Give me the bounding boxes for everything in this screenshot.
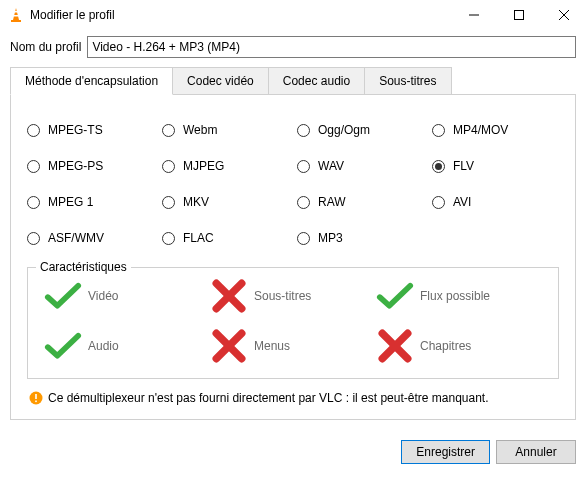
characteristics-legend: Caractéristiques — [36, 260, 131, 274]
minimize-button[interactable] — [451, 0, 496, 30]
svg-rect-3 — [14, 15, 19, 17]
radio-label: FLV — [453, 159, 474, 173]
radio-label: WAV — [318, 159, 344, 173]
maximize-button[interactable] — [496, 0, 541, 30]
radio-label: MJPEG — [183, 159, 224, 173]
tab-2[interactable]: Codec audio — [268, 67, 365, 94]
characteristic-label: Menus — [254, 339, 290, 353]
format-radio-wav[interactable]: WAV — [297, 159, 424, 173]
characteristic-menus: Menus — [210, 332, 376, 360]
profile-name-row: Nom du profil — [10, 36, 576, 58]
profile-name-input[interactable] — [87, 36, 576, 58]
characteristic-label: Vidéo — [88, 289, 118, 303]
save-button[interactable]: Enregistrer — [401, 440, 490, 464]
radio-label: Ogg/Ogm — [318, 123, 370, 137]
format-radio-mp3[interactable]: MP3 — [297, 231, 424, 245]
radio-icon — [27, 124, 40, 137]
format-radio-group: MPEG-TSWebmOgg/OgmMP4/MOVMPEG-PSMJPEGWAV… — [27, 123, 559, 245]
close-button[interactable] — [541, 0, 586, 30]
tabs: Méthode d'encapsulationCodec vidéoCodec … — [10, 67, 576, 94]
radio-label: MPEG 1 — [48, 195, 93, 209]
radio-label: Webm — [183, 123, 217, 137]
tab-1[interactable]: Codec vidéo — [172, 67, 269, 94]
warning-icon — [29, 391, 43, 405]
svg-rect-16 — [35, 401, 37, 403]
format-radio-avi[interactable]: AVI — [432, 195, 559, 209]
characteristics-fieldset: Caractéristiques VidéoSous-titresFlux po… — [27, 267, 559, 379]
characteristic-audio: Audio — [44, 332, 210, 360]
radio-icon — [162, 124, 175, 137]
dialog-button-row: Enregistrer Annuler — [0, 430, 586, 474]
format-radio-flv[interactable]: FLV — [432, 159, 559, 173]
radio-icon — [162, 232, 175, 245]
radio-icon — [27, 160, 40, 173]
titlebar: Modifier le profil — [0, 0, 586, 30]
svg-rect-1 — [11, 20, 21, 22]
tab-panel-encapsulation: MPEG-TSWebmOgg/OgmMP4/MOVMPEG-PSMJPEGWAV… — [11, 95, 575, 419]
characteristic-label: Chapitres — [420, 339, 471, 353]
cross-icon — [376, 332, 414, 360]
characteristic-sous-titres: Sous-titres — [210, 282, 376, 310]
radio-label: RAW — [318, 195, 346, 209]
radio-label: AVI — [453, 195, 471, 209]
format-radio-mjpeg[interactable]: MJPEG — [162, 159, 289, 173]
radio-icon — [297, 196, 310, 209]
vlc-cone-icon — [8, 7, 24, 23]
radio-icon — [27, 232, 40, 245]
radio-label: ASF/WMV — [48, 231, 104, 245]
radio-icon — [297, 124, 310, 137]
check-icon — [44, 332, 82, 360]
tab-0[interactable]: Méthode d'encapsulation — [10, 67, 173, 95]
cross-icon — [210, 332, 248, 360]
format-radio-mkv[interactable]: MKV — [162, 195, 289, 209]
format-radio-mpeg-ts[interactable]: MPEG-TS — [27, 123, 154, 137]
radio-icon — [162, 160, 175, 173]
radio-icon — [162, 196, 175, 209]
svg-rect-15 — [35, 394, 37, 399]
radio-icon — [432, 160, 445, 173]
window-title: Modifier le profil — [30, 8, 451, 22]
cancel-button[interactable]: Annuler — [496, 440, 576, 464]
check-icon — [44, 282, 82, 310]
characteristic-label: Flux possible — [420, 289, 490, 303]
radio-label: FLAC — [183, 231, 214, 245]
svg-marker-0 — [13, 8, 19, 20]
profile-name-label: Nom du profil — [10, 40, 81, 54]
radio-icon — [432, 124, 445, 137]
characteristic-label: Sous-titres — [254, 289, 311, 303]
warning-text: Ce démultiplexeur n'est pas fourni direc… — [48, 391, 489, 405]
format-radio-mp4-mov[interactable]: MP4/MOV — [432, 123, 559, 137]
characteristic-vid-o: Vidéo — [44, 282, 210, 310]
format-radio-raw[interactable]: RAW — [297, 195, 424, 209]
radio-label: MKV — [183, 195, 209, 209]
radio-label: MP4/MOV — [453, 123, 508, 137]
format-radio-ogg-ogm[interactable]: Ogg/Ogm — [297, 123, 424, 137]
radio-icon — [432, 196, 445, 209]
radio-icon — [297, 232, 310, 245]
format-radio-mpeg-1[interactable]: MPEG 1 — [27, 195, 154, 209]
characteristic-chapitres: Chapitres — [376, 332, 542, 360]
format-radio-mpeg-ps[interactable]: MPEG-PS — [27, 159, 154, 173]
radio-label: MPEG-TS — [48, 123, 103, 137]
radio-icon — [27, 196, 40, 209]
format-radio-asf-wmv[interactable]: ASF/WMV — [27, 231, 154, 245]
svg-rect-5 — [514, 11, 523, 20]
characteristic-label: Audio — [88, 339, 119, 353]
tab-3[interactable]: Sous-titres — [364, 67, 451, 94]
radio-label: MP3 — [318, 231, 343, 245]
characteristic-flux-possible: Flux possible — [376, 282, 542, 310]
warning-row: Ce démultiplexeur n'est pas fourni direc… — [29, 391, 559, 405]
svg-rect-2 — [14, 11, 18, 13]
format-radio-flac[interactable]: FLAC — [162, 231, 289, 245]
format-radio-webm[interactable]: Webm — [162, 123, 289, 137]
cross-icon — [210, 282, 248, 310]
check-icon — [376, 282, 414, 310]
radio-icon — [297, 160, 310, 173]
radio-label: MPEG-PS — [48, 159, 103, 173]
